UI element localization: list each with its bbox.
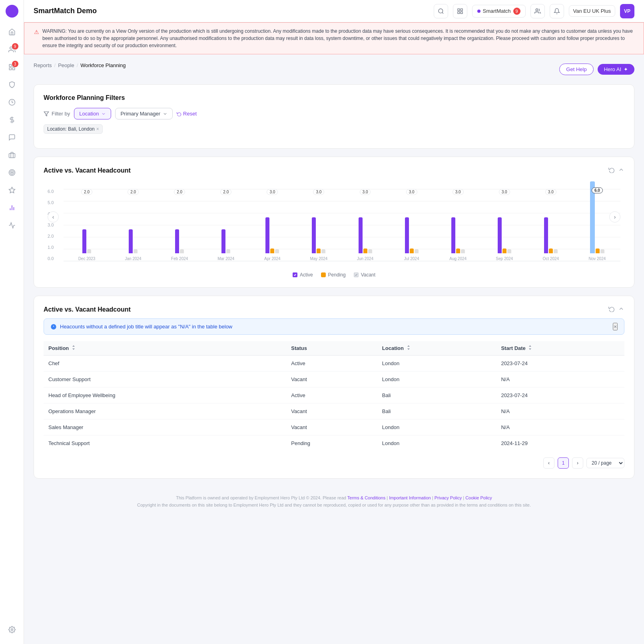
primary-manager-filter-button[interactable]: Primary Manager — [115, 108, 173, 119]
get-help-button[interactable]: Get Help — [559, 64, 593, 75]
prev-page-button[interactable]: ‹ — [543, 457, 554, 469]
reset-button[interactable]: Reset — [177, 111, 197, 117]
table-row: Operations Manager Vacant Bali N/A — [44, 403, 624, 419]
hero-ai-icon: ✦ — [624, 66, 628, 72]
filter-tag-text: Location: Bali, London — [47, 126, 95, 132]
grid-button[interactable] — [453, 4, 467, 18]
chart2-card: Active vs. Vacant Headcount Heacounts wi… — [34, 296, 634, 479]
x-label-jul2024: Jul 2024 — [404, 256, 419, 261]
bar-sep2024: 3.0 Sep 2024 — [481, 189, 528, 261]
footer-privacy[interactable]: Privacy Policy — [435, 495, 462, 500]
per-page-select[interactable]: 20 / page 50 / page 100 / page — [586, 458, 624, 468]
sidebar-item-team[interactable]: 9 — [4, 42, 20, 58]
bar-jun2024: 3.0 Jun 2024 — [342, 189, 388, 261]
chart1-refresh-button[interactable] — [608, 167, 615, 175]
info-icon — [50, 324, 57, 330]
footer-cookie[interactable]: Cookie Policy — [465, 495, 492, 500]
start-date-customer-support: N/A — [496, 372, 624, 388]
people-icon-button[interactable] — [530, 4, 545, 18]
breadcrumb-people[interactable]: People — [58, 62, 74, 68]
info-close-button[interactable]: × — [613, 323, 618, 330]
breadcrumb-sep-2: / — [77, 62, 78, 68]
location-filter-tag[interactable]: Location: Bali, London × — [44, 124, 103, 134]
col-position: Position — [44, 341, 286, 356]
location-customer-support: London — [377, 372, 496, 388]
position-technical-support: Technical Support — [44, 435, 286, 451]
footer-important[interactable]: Important Information — [389, 495, 431, 500]
smartmatch-button[interactable]: SmartMatch 9 — [472, 5, 526, 18]
page-1-button[interactable]: 1 — [558, 457, 569, 469]
legend-vacant-checkbox — [354, 272, 359, 277]
sidebar-item-home[interactable] — [4, 24, 20, 40]
bar-aug2024: 3.0 Aug 2024 — [435, 189, 481, 261]
sidebar-item-rewards[interactable] — [4, 182, 20, 198]
bar-vacant-mar2024 — [226, 249, 230, 253]
filter-tag-close[interactable]: × — [96, 126, 99, 132]
chart-prev-button[interactable]: ‹ — [48, 211, 59, 223]
bar-vacant-jul2024 — [415, 249, 419, 253]
svg-rect-18 — [458, 9, 460, 11]
chart-next-button[interactable]: › — [609, 211, 620, 223]
sidebar-item-messages[interactable] — [4, 129, 20, 145]
sidebar-item-goals[interactable] — [4, 165, 20, 181]
sidebar-item-reports[interactable] — [4, 200, 20, 216]
bar-jul2024: 3.0 Jul 2024 — [389, 189, 435, 261]
app-logo[interactable] — [6, 5, 18, 18]
location-filter-button[interactable]: Location — [74, 108, 111, 119]
bar-vacant-aug2024 — [461, 249, 465, 253]
smartmatch-icon — [477, 10, 481, 13]
table-row: Head of Employee Wellbeing Active Bali 2… — [44, 388, 624, 403]
svg-rect-21 — [461, 12, 463, 14]
legend-active-checkbox — [293, 272, 297, 277]
app-title: SmartMatch Demo — [34, 7, 97, 15]
start-date-sales-manager: N/A — [496, 419, 624, 435]
col-start-date: Start Date — [496, 341, 624, 356]
sort-location[interactable] — [407, 345, 410, 350]
legend-pending-dot — [321, 272, 326, 277]
legend-vacant: Vacant — [354, 272, 375, 278]
svg-line-17 — [442, 12, 443, 14]
chart1-header: Active vs. Vacant Headcount — [44, 167, 624, 175]
info-banner-left: Heacounts without a defined job title wi… — [50, 324, 232, 330]
hero-ai-button[interactable]: Hero AI ✦ — [598, 64, 634, 75]
next-page-button[interactable]: › — [572, 457, 583, 469]
bar-label-nov2024: 6.0 — [592, 187, 603, 193]
search-button[interactable] — [434, 4, 448, 18]
bar-label-feb2024: 2.0 — [174, 189, 185, 195]
sidebar-item-payroll[interactable] — [4, 112, 20, 128]
svg-point-16 — [439, 9, 443, 13]
chart2-collapse-button[interactable] — [618, 306, 624, 314]
bar-active-mar2024 — [221, 229, 225, 253]
svg-rect-20 — [458, 12, 460, 14]
primary-manager-filter-label: Primary Manager — [120, 111, 160, 117]
breadcrumb-reports[interactable]: Reports — [34, 62, 52, 68]
bar-label-jan2024: 2.0 — [128, 189, 139, 195]
bar-active-jan2024 — [129, 229, 133, 253]
smartmatch-count: 9 — [513, 8, 520, 15]
sidebar-item-compliance[interactable] — [4, 77, 20, 93]
bar-jan2024: 2.0 Jan 2024 — [110, 189, 156, 261]
bar-may2024: 3.0 May 2024 — [295, 189, 342, 261]
sidebar-item-benefits[interactable] — [4, 147, 20, 163]
legend-active-label: Active — [300, 272, 313, 278]
bar-vacant-may2024 — [321, 249, 325, 253]
bar-active-oct2024 — [544, 217, 548, 253]
sidebar-item-org[interactable]: 3 — [4, 59, 20, 75]
breadcrumb-row: Reports / People / Workforce Planning Ge… — [34, 62, 634, 76]
table-row: Technical Support Pending London 2024-11… — [44, 435, 624, 451]
bar-pending-aug2024 — [456, 248, 460, 253]
status-customer-support: Vacant — [286, 372, 377, 388]
avatar-button[interactable]: VP — [620, 4, 634, 18]
sort-position[interactable] — [72, 345, 75, 350]
sidebar-item-settings[interactable] — [4, 622, 20, 638]
chart1-collapse-button[interactable] — [618, 167, 624, 175]
sidebar-item-analytics[interactable] — [4, 217, 20, 233]
filter-by-label: Filter by — [44, 111, 70, 117]
bell-button[interactable] — [550, 4, 564, 18]
sort-start-date[interactable] — [528, 345, 532, 350]
bar-label-mar2024: 2.0 — [220, 189, 231, 195]
chart2-refresh-button[interactable] — [608, 306, 615, 314]
footer-terms[interactable]: Terms & Conditions — [347, 495, 385, 500]
sidebar-item-time[interactable] — [4, 94, 20, 110]
org-button[interactable]: Van EU UK Plus — [569, 5, 615, 17]
